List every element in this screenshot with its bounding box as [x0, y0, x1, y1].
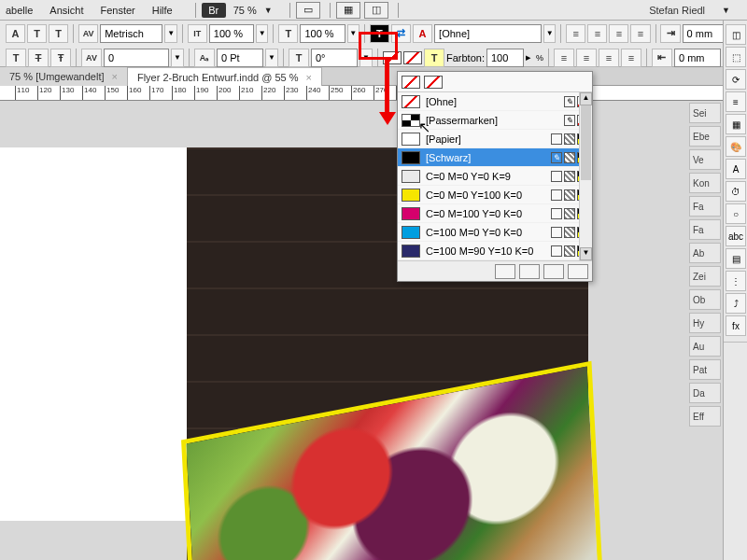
- new-swatch-icon[interactable]: [519, 264, 540, 279]
- tab-umgewandelt[interactable]: 75 % [Umgewandelt]×: [0, 67, 128, 86]
- tracking-field[interactable]: 0: [104, 49, 169, 67]
- user-dropdown[interactable]: ▼: [722, 6, 730, 15]
- indent-right-field[interactable]: 0 mm: [674, 49, 721, 67]
- menu-fenster[interactable]: Fenster: [100, 5, 134, 16]
- user-name[interactable]: Stefan Riedl: [649, 5, 705, 16]
- panel-tab-eff[interactable]: Eff: [689, 406, 721, 427]
- swatches-scrollbar[interactable]: ▲ ▼: [579, 92, 592, 260]
- menu-ansicht[interactable]: Ansicht: [49, 5, 83, 16]
- fill-none-icon[interactable]: [403, 51, 422, 64]
- panel-tab-au[interactable]: Au: [689, 336, 721, 357]
- panel-tab-pat[interactable]: Pat: [689, 359, 721, 380]
- align-left-icon[interactable]: ≡: [566, 24, 585, 43]
- panel-icon-11[interactable]: ⋮: [726, 271, 746, 291]
- swatch-item[interactable]: C=0 M=0 Y=0 K=9: [398, 167, 592, 186]
- swatch-item[interactable]: [Ohne]✎: [398, 92, 592, 111]
- stroke-proxy-icon[interactable]: [424, 76, 443, 89]
- panel-icon-1[interactable]: ⬚: [726, 47, 746, 67]
- baseline-icon[interactable]: Aₐ: [194, 49, 215, 67]
- placed-image[interactable]: [181, 361, 603, 560]
- panel-icon-9[interactable]: abc: [726, 226, 746, 246]
- type-t3-icon[interactable]: T: [6, 49, 26, 67]
- panel-tab-ob[interactable]: Ob: [689, 289, 721, 310]
- text-bg-icon[interactable]: T: [424, 49, 444, 67]
- char-style-field[interactable]: [Ohne]: [434, 24, 542, 43]
- panel-icon-10[interactable]: ▤: [726, 248, 746, 269]
- align-justify-icon[interactable]: ≡: [630, 24, 650, 43]
- type-t-icon[interactable]: T: [27, 24, 47, 43]
- scale-h-dropdown[interactable]: ▼: [256, 24, 268, 43]
- zoom-dropdown[interactable]: ▼: [264, 6, 273, 15]
- panel-icon-6[interactable]: A: [726, 159, 746, 179]
- av-icon[interactable]: AV: [78, 24, 98, 43]
- stroke-none-icon[interactable]: [383, 51, 402, 64]
- menu-tabelle[interactable]: abelle: [6, 5, 33, 16]
- justify-center-icon[interactable]: ≡: [599, 49, 619, 67]
- align-center-icon[interactable]: ≡: [587, 24, 607, 43]
- type-t5-icon[interactable]: Ŧ: [50, 49, 71, 67]
- swatch-item[interactable]: [Papier]: [398, 130, 592, 148]
- tab-close-icon[interactable]: ×: [306, 72, 312, 83]
- justify-all-icon[interactable]: ≡: [554, 49, 574, 67]
- scale-h-icon[interactable]: IT: [188, 24, 207, 43]
- type-t2-icon[interactable]: T: [49, 24, 68, 43]
- scale-v-icon[interactable]: T: [278, 24, 298, 43]
- horizontal-ruler[interactable]: 1101201301401501601701801902002102202302…: [0, 86, 747, 101]
- panel-tab-fa[interactable]: Fa: [689, 219, 721, 240]
- panel-tab-hy[interactable]: Hy: [689, 313, 721, 333]
- baseline-dropdown[interactable]: ▼: [265, 49, 278, 67]
- scroll-thumb[interactable]: [581, 105, 591, 180]
- menu-hilfe[interactable]: Hilfe: [152, 5, 173, 16]
- tab-flyer[interactable]: Flyer 2-Bruch Entwurf.indd @ 55 %×: [128, 67, 322, 86]
- swap-arrow-icon[interactable]: ⇄: [391, 24, 411, 43]
- char-a-icon[interactable]: A: [6, 24, 25, 43]
- delete-swatch-icon[interactable]: [568, 264, 588, 279]
- swatch-item[interactable]: C=0 M=0 Y=100 K=0: [398, 186, 592, 204]
- panel-icon-7[interactable]: ⏱: [726, 181, 746, 202]
- panel-tab-sei[interactable]: Sei: [689, 103, 721, 123]
- panel-tab-zei[interactable]: Zei: [689, 266, 721, 287]
- zoom-level[interactable]: 75 %: [233, 5, 257, 16]
- justify-left-icon[interactable]: ≡: [576, 49, 597, 67]
- panel-icon-0[interactable]: ◫: [726, 24, 746, 45]
- panel-tab-da[interactable]: Da: [689, 383, 721, 403]
- swatch-item[interactable]: [Passermarken]✎: [398, 111, 592, 130]
- scroll-up-icon[interactable]: ▲: [580, 92, 592, 105]
- farbton-field[interactable]: 100: [486, 49, 524, 67]
- scale-h-field[interactable]: 100 %: [209, 24, 254, 43]
- justify-right-icon[interactable]: ≡: [621, 49, 641, 67]
- panel-icon-2[interactable]: ⟳: [726, 69, 746, 90]
- panel-tab-kon[interactable]: Kon: [689, 173, 721, 193]
- panel-icon-3[interactable]: ≡: [726, 91, 746, 112]
- char-style-dropdown[interactable]: ▼: [543, 24, 556, 43]
- scale-v-dropdown[interactable]: ▼: [347, 24, 359, 43]
- indent-right-icon[interactable]: ⇤: [652, 49, 672, 67]
- swatch-options-icon[interactable]: [495, 264, 515, 279]
- panel-icon-4[interactable]: ▦: [726, 114, 746, 134]
- dock-icon[interactable]: ◫: [364, 2, 388, 19]
- panel-tab-ab[interactable]: Ab: [689, 243, 721, 263]
- tracking-dropdown[interactable]: ▼: [171, 49, 184, 67]
- tracking-icon[interactable]: AV: [81, 49, 102, 67]
- bridge-button[interactable]: Br: [202, 3, 226, 18]
- panel-tab-fa[interactable]: Fa: [689, 196, 721, 217]
- type-t4-icon[interactable]: T: [28, 49, 49, 67]
- panel-icon-12[interactable]: ⤴: [726, 293, 746, 314]
- swatch-item[interactable]: C=100 M=0 Y=0 K=0: [398, 223, 592, 242]
- skew-icon[interactable]: T: [289, 49, 309, 67]
- fill-t-icon[interactable]: T: [370, 24, 389, 43]
- swatch-item[interactable]: C=0 M=100 Y=0 K=0: [398, 204, 592, 223]
- scale-v-field[interactable]: 100 %: [300, 24, 345, 43]
- baseline-field[interactable]: 0 Pt: [217, 49, 263, 67]
- swatch-item[interactable]: C=100 M=90 Y=10 K=0: [398, 242, 592, 260]
- panel-icon-8[interactable]: ○: [726, 203, 746, 224]
- panel-icon-13[interactable]: fx: [726, 315, 746, 336]
- farbton-arrow-icon[interactable]: ▸: [526, 51, 531, 63]
- scroll-down-icon[interactable]: ▼: [580, 247, 592, 260]
- indent-left-field[interactable]: 0 mm: [683, 24, 727, 43]
- char-a2-icon[interactable]: A: [413, 24, 432, 43]
- indent-left-icon[interactable]: ⇥: [660, 24, 680, 43]
- kerning-dropdown[interactable]: ▼: [164, 24, 176, 43]
- skew-dropdown[interactable]: ▼: [359, 49, 373, 67]
- fill-proxy-icon[interactable]: [402, 76, 420, 89]
